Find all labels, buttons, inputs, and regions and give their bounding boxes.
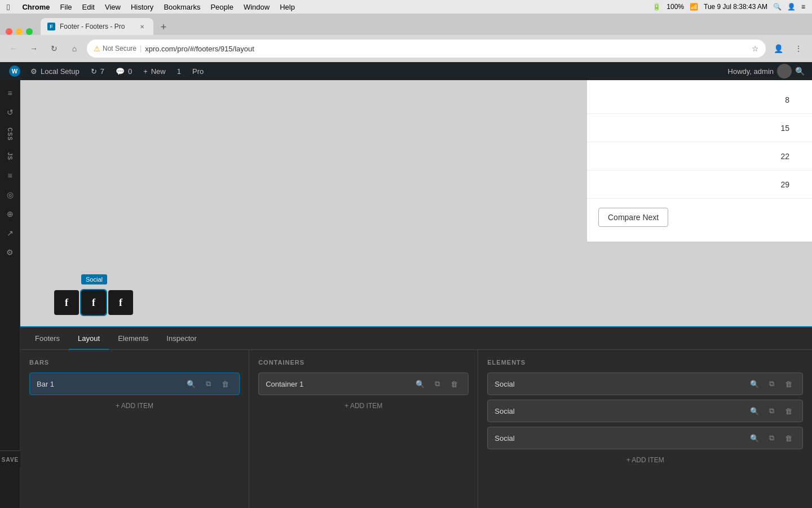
container-1-delete-btn[interactable]: 🗑 xyxy=(447,376,461,391)
bookmark-icon[interactable]: ☆ xyxy=(752,44,759,53)
sidebar-add-icon[interactable]: ⊕ xyxy=(2,205,19,222)
sidebar-export-icon[interactable]: ↗ xyxy=(2,225,19,242)
tab-favicon: F xyxy=(47,23,55,30)
element-3-search-btn[interactable]: 🔍 xyxy=(747,431,762,445)
comments-count: 0 xyxy=(128,67,132,76)
browser-tab[interactable]: F Footer - Footers - Pro ✕ xyxy=(41,18,153,35)
history-menu-item[interactable]: History xyxy=(131,3,153,11)
element-2-item[interactable]: Social 🔍 ⧉ 🗑 xyxy=(487,400,803,422)
wifi-icon: 📶 xyxy=(690,3,698,11)
address-bar[interactable]: ⚠ Not Secure | xpro.com/pro/#/footers/91… xyxy=(87,40,766,58)
app-name-menu[interactable]: Chrome xyxy=(22,3,50,11)
maximize-window-btn[interactable] xyxy=(26,28,33,35)
container-1-label: Container 1 xyxy=(266,380,413,388)
bar-1-delete-btn[interactable]: 🗑 xyxy=(218,376,232,391)
not-secure-text: Not Secure xyxy=(103,45,136,52)
more-options-btn[interactable]: ⋮ xyxy=(791,41,806,56)
social-tooltip-label: Social xyxy=(81,274,107,284)
pro-label: Pro xyxy=(192,67,204,76)
new-tab-btn[interactable]: + xyxy=(156,19,171,35)
sidebar-elements-icon[interactable]: ◎ xyxy=(2,186,19,203)
element-1-search-btn[interactable]: 🔍 xyxy=(747,376,762,391)
local-setup-btn[interactable]: ⚙ Local Setup xyxy=(25,62,85,80)
settings-icon: ⚙ xyxy=(30,67,37,76)
calendar-date-29: 29 xyxy=(780,180,789,189)
view-menu[interactable]: View xyxy=(105,3,121,11)
element-2-delete-btn[interactable]: 🗑 xyxy=(781,404,796,418)
calendar-overlay: 8 15 22 29 Compare Next xyxy=(586,80,812,242)
close-window-btn[interactable] xyxy=(6,28,12,35)
pro-btn[interactable]: Pro xyxy=(187,62,209,80)
user-profile-btn[interactable]: 👤 xyxy=(770,41,786,56)
container-1-item[interactable]: Container 1 🔍 ⧉ 🗑 xyxy=(258,373,469,395)
file-menu[interactable]: File xyxy=(60,3,72,11)
sidebar-layers-icon[interactable]: ≡ xyxy=(2,167,19,184)
bar-1-copy-btn[interactable]: ⧉ xyxy=(201,376,215,391)
user-icon[interactable]: 👤 xyxy=(787,3,796,11)
admin-avatar[interactable] xyxy=(777,64,792,78)
calendar-row-29: 29 xyxy=(587,170,812,199)
container-1-search-btn[interactable]: 🔍 xyxy=(413,376,427,391)
element-1-copy-btn[interactable]: ⧉ xyxy=(764,376,779,391)
tab-elements[interactable]: Elements xyxy=(109,327,157,350)
edit-menu[interactable]: Edit xyxy=(82,3,95,11)
social-icon-3[interactable]: f xyxy=(108,290,133,315)
search-icon[interactable]: 🔍 xyxy=(773,3,782,11)
tab-inspector[interactable]: Inspector xyxy=(157,327,205,350)
tab-bar: F Footer - Footers - Pro ✕ + xyxy=(0,14,812,35)
css-label-btn[interactable]: CSS xyxy=(2,123,19,146)
containers-add-item-btn[interactable]: + ADD ITEM xyxy=(258,400,469,412)
element-3-item[interactable]: Social 🔍 ⧉ 🗑 xyxy=(487,427,803,449)
elements-title: ELEMENTS xyxy=(487,359,803,366)
bar-1-item[interactable]: Bar 1 🔍 ⧉ 🗑 xyxy=(29,373,240,395)
element-2-search-btn[interactable]: 🔍 xyxy=(747,404,762,418)
bookmarks-menu[interactable]: Bookmarks xyxy=(164,3,200,11)
forward-btn[interactable]: → xyxy=(26,41,42,56)
social-icon-tooltip-wrapper: Social f xyxy=(81,290,108,315)
bars-add-item-btn[interactable]: + ADD ITEM xyxy=(29,400,240,412)
calendar-row-15: 15 xyxy=(587,114,812,142)
admin-search-btn[interactable]: 🔍 xyxy=(792,63,807,79)
element-3-delete-btn[interactable]: 🗑 xyxy=(781,431,796,445)
window-menu[interactable]: Window xyxy=(244,3,270,11)
sidebar-menu-icon[interactable]: ≡ xyxy=(2,85,19,102)
element-2-copy-btn[interactable]: ⧉ xyxy=(764,404,779,418)
bar-1-search-btn[interactable]: 🔍 xyxy=(184,376,198,391)
tab-close-btn[interactable]: ✕ xyxy=(138,22,147,31)
home-btn[interactable]: ⌂ xyxy=(67,41,82,56)
updates-icon: ↻ xyxy=(91,67,97,76)
minimize-window-btn[interactable] xyxy=(16,28,23,35)
clock: Tue 9 Jul 8:38:43 AM xyxy=(704,3,767,11)
wp-logo-btn[interactable]: W xyxy=(5,62,25,80)
updates-btn[interactable]: ↻ 7 xyxy=(85,62,110,80)
comments-btn[interactable]: 💬 0 xyxy=(110,62,138,80)
reload-btn[interactable]: ↻ xyxy=(46,41,62,56)
elements-section: ELEMENTS Social 🔍 ⧉ 🗑 Social 🔍 xyxy=(478,350,812,508)
calendar-date-8: 8 xyxy=(785,95,789,104)
help-menu[interactable]: Help xyxy=(280,3,295,11)
element-1-delete-btn[interactable]: 🗑 xyxy=(781,376,796,391)
elements-add-item-btn[interactable]: + ADD ITEM xyxy=(487,454,803,466)
sidebar-history-icon[interactable]: ↺ xyxy=(2,104,19,121)
tab-footers[interactable]: Footers xyxy=(26,327,69,350)
address-bar-row: ← → ↻ ⌂ ⚠ Not Secure | xpro.com/pro/#/fo… xyxy=(0,35,812,62)
element-3-copy-btn[interactable]: ⧉ xyxy=(764,431,779,445)
local-setup-label: Local Setup xyxy=(41,67,80,76)
control-center-icon[interactable]: ≡ xyxy=(801,3,805,11)
tab-layout[interactable]: Layout xyxy=(69,327,109,350)
warning-icon: ⚠ xyxy=(94,45,100,53)
social-icon-1[interactable]: f xyxy=(54,290,79,315)
social-icon-2[interactable]: f xyxy=(81,290,106,315)
apple-menu[interactable]:  xyxy=(7,2,10,12)
sidebar-settings-icon[interactable]: ⚙ xyxy=(2,244,19,261)
new-btn[interactable]: + New xyxy=(138,62,171,80)
element-1-item[interactable]: Social 🔍 ⧉ 🗑 xyxy=(487,373,803,395)
compare-next-btn[interactable]: Compare Next xyxy=(598,208,668,227)
version-btn[interactable]: 1 xyxy=(171,62,187,80)
battery-icon: 🔋 xyxy=(652,3,661,11)
element-1-actions: 🔍 ⧉ 🗑 xyxy=(747,376,796,391)
js-label-btn[interactable]: JS xyxy=(2,148,19,165)
people-menu[interactable]: People xyxy=(210,3,233,11)
container-1-copy-btn[interactable]: ⧉ xyxy=(430,376,444,391)
back-btn[interactable]: ← xyxy=(6,41,21,56)
